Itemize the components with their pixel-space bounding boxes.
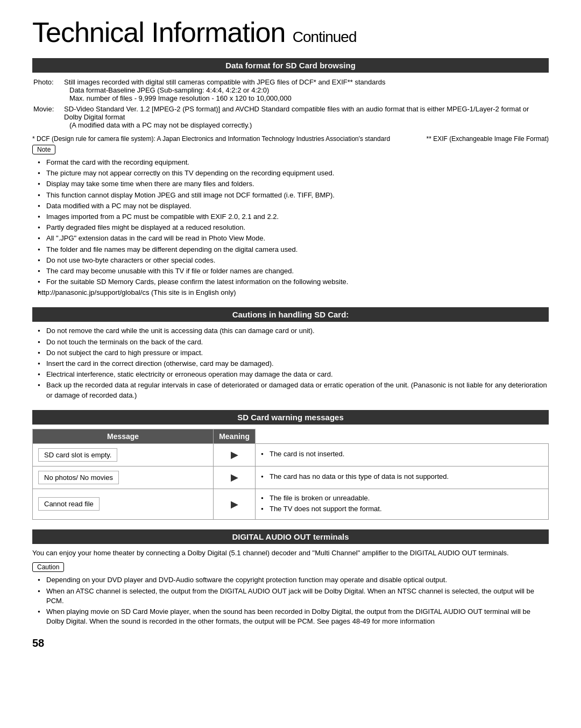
cautions-section: Cautions in handling SD Card: Do not rem… — [32, 307, 549, 400]
list-item: Partly degraded files might be displayed… — [38, 223, 549, 232]
message-cell: SD card slot is empty. — [33, 443, 214, 466]
movie-label: Movie: — [33, 105, 63, 131]
list-item: This function cannot display Motion JPEG… — [38, 190, 549, 200]
meaning-cell: The card has no data or this type of dat… — [255, 466, 548, 489]
movie-content: SD-Video Standard Ver. 1.2 [MPEG-2 (PS f… — [64, 105, 548, 131]
list-item: All ".JPG" extension datas in the card w… — [38, 234, 549, 243]
list-item: Images imported from a PC must be compat… — [38, 212, 549, 222]
title-text: Technical Information — [32, 17, 285, 48]
movie-line1: SD-Video Standard Ver. 1.2 [MPEG-2 (PS f… — [64, 105, 529, 121]
photo-label: Photo: — [33, 78, 63, 104]
footnotes-row: * DCF (Design rule for camera file syste… — [32, 135, 549, 143]
cautions-bullets: Do not remove the card while the unit is… — [32, 326, 549, 400]
list-item: Depending on your DVD player and DVD-Aud… — [38, 575, 549, 585]
list-item: The picture may not appear correctly on … — [38, 168, 549, 178]
list-item: The folder and file names may be differe… — [38, 245, 549, 255]
data-format-section: Data format for SD Card browsing Photo: … — [32, 58, 549, 298]
warning-messages-header: SD Card warning messages — [32, 410, 549, 425]
meaning-cell: The file is broken or unreadable.The TV … — [255, 489, 548, 519]
data-format-header: Data format for SD Card browsing — [32, 58, 549, 73]
list-item: Electrical interference, static electric… — [38, 370, 549, 379]
digital-audio-header: DIGITAL AUDIO OUT terminals — [32, 529, 549, 544]
list-item: Do not use two-byte characters or other … — [38, 256, 549, 265]
message-cell: No photos/ No movies — [33, 466, 214, 489]
message-box: SD card slot is empty. — [38, 448, 117, 462]
message-cell: Cannot read file — [33, 489, 214, 519]
message-box: Cannot read file — [38, 497, 100, 511]
list-item: The file is broken or unreadable. — [261, 493, 543, 503]
list-item: When an ATSC channel is selected, the ou… — [38, 586, 549, 606]
list-item: The card may become unusable with this T… — [38, 266, 549, 276]
page-title: Technical Information Continued — [32, 16, 549, 48]
cautions-header: Cautions in handling SD Card: — [32, 307, 549, 322]
list-item: Data modified with a PC may not be displ… — [38, 201, 549, 211]
photo-content: Still images recorded with digital still… — [64, 78, 548, 104]
list-item: The card has no data or this type of dat… — [261, 472, 543, 482]
warning-table: Message Meaning SD card slot is empty.▶T… — [32, 429, 549, 520]
table-row: SD card slot is empty.▶The card is not i… — [33, 443, 549, 466]
photo-line1: Still images recorded with digital still… — [64, 78, 386, 86]
list-item: For the suitable SD Memory Cards, please… — [38, 277, 549, 287]
list-item: The card is not inserted. — [261, 449, 543, 459]
col-message-header: Message — [33, 429, 214, 443]
footnote-dcf: * DCF (Design rule for camera file syste… — [32, 135, 390, 143]
list-item: The TV does not support the format. — [261, 504, 543, 514]
photo-line2: Data format-Baseline JPEG (Sub-sampling:… — [64, 86, 269, 94]
digital-audio-section: DIGITAL AUDIO OUT terminals You can enjo… — [32, 529, 549, 626]
arrow-cell: ▶ — [214, 466, 256, 489]
list-item: Format the card with the recording equip… — [38, 158, 549, 167]
list-item: When playing movie on SD Card Movie play… — [38, 607, 549, 626]
arrow-cell: ▶ — [214, 443, 256, 466]
table-row: No photos/ No movies▶The card has no dat… — [33, 466, 549, 489]
title-continued: Continued — [293, 29, 357, 45]
digital-audio-bullets: Depending on your DVD player and DVD-Aud… — [32, 575, 549, 626]
list-item: Do not touch the terminals on the back o… — [38, 337, 549, 347]
col-meaning-header: Meaning — [214, 429, 256, 443]
photo-line3: Max. number of files - 9,999 Image resol… — [64, 94, 292, 102]
warning-messages-section: SD Card warning messages Message Meaning… — [32, 410, 549, 520]
list-item: http://panasonic.jp/support/global/cs (T… — [38, 288, 549, 298]
table-row: Cannot read file▶The file is broken or u… — [33, 489, 549, 519]
note-box: Note — [32, 145, 55, 154]
list-item: Back up the recorded data at regular int… — [38, 380, 549, 400]
footnote-exif: ** EXIF (Exchangeable Image File Format) — [427, 135, 549, 143]
data-format-bullets: Format the card with the recording equip… — [32, 158, 549, 298]
list-item: Insert the card in the correct direction… — [38, 359, 549, 369]
caution-box: Caution — [32, 562, 64, 572]
meaning-cell: The card is not inserted. — [255, 443, 548, 466]
page-number: 58 — [32, 637, 549, 649]
photo-movie-table: Photo: Still images recorded with digita… — [32, 77, 549, 132]
digital-audio-intro: You can enjoy your home theater by conne… — [32, 548, 549, 558]
arrow-cell: ▶ — [214, 489, 256, 519]
list-item: Do not remove the card while the unit is… — [38, 326, 549, 336]
message-box: No photos/ No movies — [38, 471, 119, 484]
list-item: Display may take some time when there ar… — [38, 179, 549, 189]
movie-line2: (A modified data with a PC may not be di… — [64, 121, 252, 129]
list-item: Do not subject the card to high pressure… — [38, 348, 549, 358]
